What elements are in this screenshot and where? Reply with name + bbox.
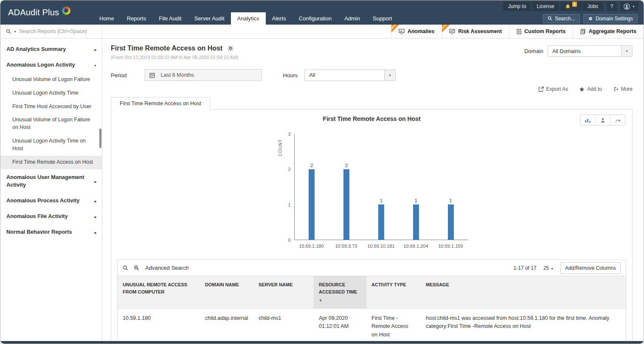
sidebar-item-normal-behavior-reports[interactable]: Normal Behavior Reports [0, 224, 102, 240]
export-icon [538, 87, 544, 92]
tab-risk-assessment[interactable]: NEW Risk Assessment [442, 25, 509, 38]
chevron-down-icon[interactable] [384, 70, 395, 81]
domain-dropdown[interactable]: All Domains [548, 45, 633, 57]
nav-admin[interactable]: Admin [338, 12, 366, 25]
more-button[interactable]: More [613, 86, 633, 92]
sidebar-item-ad-analytics-summary[interactable]: AD Analytics Summary [0, 41, 102, 57]
hours-dropdown[interactable]: All [304, 70, 396, 81]
export-as-button[interactable]: Export As [538, 86, 568, 92]
results-table-section: Advanced Search 1-17 of 17 25 Add/Remove… [117, 260, 626, 344]
sidebar-subitem-unusual-logon-activity-time[interactable]: Unusual Logon Activity Time [0, 87, 102, 100]
app-logo[interactable]: ADAudit Plus [0, 0, 89, 25]
chevron-down-icon [632, 5, 635, 8]
jobs-link[interactable]: Jobs [582, 2, 603, 11]
bar[interactable] [309, 169, 315, 240]
search-icon [548, 16, 552, 21]
anomalies-icon [399, 29, 405, 34]
report-search-input[interactable] [19, 28, 87, 34]
pagination-info: 1-17 of 17 [514, 265, 537, 271]
column-header-resource-accessed-time[interactable]: RESOURCE ACCESSED TIME [314, 276, 366, 309]
results-table: UNUSUAL REMOTE ACCESS FROM COMPUTER DOMA… [118, 276, 626, 344]
tab-aggregate-reports[interactable]: Aggregate Reports [573, 25, 644, 38]
period-picker[interactable]: Last 6 Months [145, 69, 262, 81]
category-axis: 10.59.1.18010.59.3.7310.59.10.18110.59.1… [294, 240, 468, 249]
license-link[interactable]: License [531, 2, 559, 11]
sidebar-scrollbar[interactable] [99, 129, 101, 148]
sidebar: AD Analytics Summary Anomalous Logon Act… [0, 39, 102, 344]
search-icon[interactable] [123, 265, 128, 271]
sidebar-subitem-unusual-volume-logon-failure-host[interactable]: Unusual Volume of Logon Failure on Host [0, 113, 102, 134]
bar[interactable] [343, 169, 349, 240]
report-tab[interactable]: First Time Remote Access on Host [111, 97, 210, 109]
tab-anomalies[interactable]: NEW Anomalies [391, 25, 442, 38]
nav-alerts[interactable]: Alerts [266, 12, 292, 25]
table-header-row: UNUSUAL REMOTE ACCESS FROM COMPUTER DOMA… [118, 276, 626, 309]
column-header-message[interactable]: MESSAGE [421, 276, 626, 309]
sidebar-item-anomalous-user-management[interactable]: Anomalous User Management Activity [0, 169, 102, 193]
period-label: Period [111, 72, 127, 78]
more-icon [613, 87, 619, 92]
bar[interactable] [448, 204, 454, 240]
nav-analytics[interactable]: Analytics [231, 12, 266, 25]
column-header-computer[interactable]: UNUSUAL REMOTE ACCESS FROM COMPUTER [118, 276, 200, 309]
tab-label: Risk Assessment [458, 28, 502, 34]
bar[interactable] [413, 204, 419, 240]
nav-file-audit[interactable]: File Audit [152, 12, 188, 25]
sidebar-item-anomalous-logon-activity[interactable]: Anomalous Logon Activity [0, 57, 102, 73]
sun-icon[interactable] [228, 45, 233, 51]
domain-settings-button[interactable]: Domain Settings [583, 14, 638, 23]
user-menu[interactable] [620, 2, 638, 11]
help-button[interactable]: ? [607, 2, 617, 11]
user-view-button[interactable] [595, 115, 610, 125]
add-to-button[interactable]: Add to [579, 86, 602, 92]
sidebar-subitem-first-time-remote-access[interactable]: First Time Remote Access on Host [0, 156, 102, 169]
category-label: 10.59.10.181 [364, 240, 399, 249]
nav-server-audit[interactable]: Server Audit [188, 12, 231, 25]
category-label: 10.59.1.180 [294, 240, 329, 249]
advanced-search-link[interactable]: Advanced Search [145, 265, 189, 271]
nav-support[interactable]: Support [366, 12, 399, 25]
cell-computer: 10.59.1.180 [118, 309, 200, 344]
license-label: License [537, 3, 554, 9]
category-label: 10.59.1.204 [399, 240, 433, 249]
global-search-button[interactable]: Search... [543, 14, 580, 23]
chevron-down-icon[interactable] [621, 46, 632, 56]
jump-to-link[interactable]: Jump to [503, 2, 532, 11]
advanced-search-icon[interactable] [134, 265, 140, 271]
notification-badge: 6 [572, 2, 577, 7]
search-icon[interactable] [6, 29, 11, 34]
app-window: ADAudit Plus Jump to License 6 Jobs ? [0, 0, 644, 344]
nav-configuration[interactable]: Configuration [292, 12, 338, 25]
y-tick-label: 3 [288, 131, 290, 137]
risk-assessment-icon [449, 29, 455, 34]
sort-caret-icon[interactable] [319, 298, 361, 303]
chevron-down-icon[interactable] [14, 30, 17, 33]
add-remove-columns-button[interactable]: Add/Remove Columns [560, 262, 621, 274]
notifications-button[interactable]: 6 [560, 2, 582, 11]
chart-title: First Time Remote Access on Host [111, 115, 632, 122]
sidebar-item-anomalous-process-activity[interactable]: Anomalous Process Activity [0, 193, 102, 208]
sidebar-subitem-unusual-volume-logon-failure[interactable]: Unusual Volume of Logon Failure [0, 73, 102, 87]
sidebar-item-anomalous-file-activity[interactable]: Anomalous File Activity [0, 208, 102, 224]
column-header-domain-name[interactable]: DOMAIN NAME [200, 276, 253, 309]
table-row[interactable]: 10.59.1.180 child.adap.internal child-ms… [118, 309, 626, 344]
bar[interactable] [378, 204, 384, 240]
nav-reports[interactable]: Reports [121, 12, 153, 25]
column-header-activity-type[interactable]: ACTIVITY TYPE [366, 276, 421, 309]
analytics-tabs: NEW Anomalies NEW Risk Assessment Custom… [391, 25, 644, 38]
bar-chart-view-button[interactable] [580, 115, 595, 125]
calendar-icon [149, 73, 155, 78]
trend-view-button[interactable] [610, 115, 625, 125]
tab-custom-reports[interactable]: Custom Reports [509, 25, 573, 38]
bar-value-label: 2 [345, 163, 348, 168]
nav-home[interactable]: Home [93, 12, 121, 25]
tab-label: Anomalies [408, 28, 434, 34]
bar-slot: 1 [399, 134, 433, 240]
sidebar-subitem-first-time-host-accessed[interactable]: First Time Host Accessed by User [0, 100, 102, 114]
page-title: First Time Remote Access on Host [111, 45, 222, 52]
tab-label: Aggregate Reports [588, 28, 636, 34]
sidebar-subitem-unusual-logon-activity-time-host[interactable]: Unusual Logon Activity Time on Host [0, 134, 102, 156]
page-size-dropdown[interactable]: 25 [543, 265, 554, 271]
report-panel: First Time Remote Access on Host COUNT 0… [111, 109, 633, 344]
column-header-server-name[interactable]: SERVER NAME [253, 276, 314, 309]
